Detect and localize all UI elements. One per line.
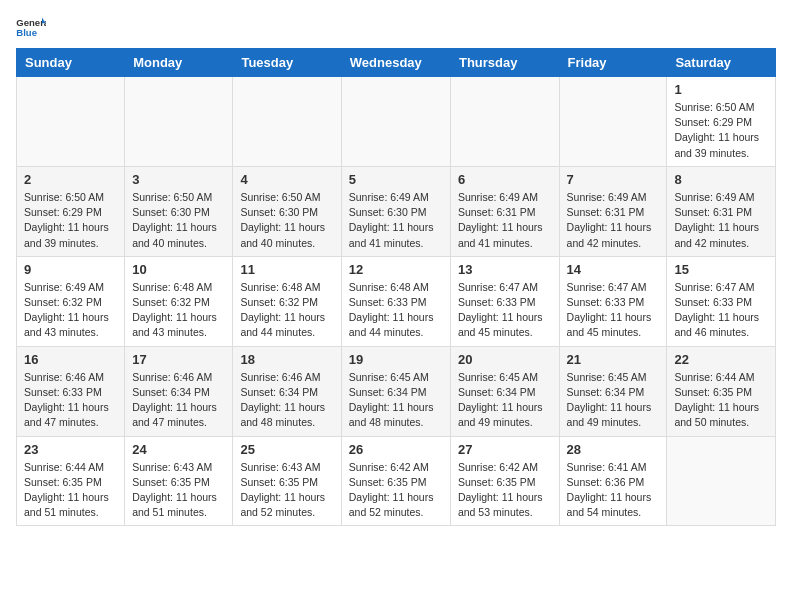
calendar-cell: 11Sunrise: 6:48 AM Sunset: 6:32 PM Dayli… — [233, 256, 341, 346]
calendar-week-row: 16Sunrise: 6:46 AM Sunset: 6:33 PM Dayli… — [17, 346, 776, 436]
calendar-cell — [17, 77, 125, 167]
day-info: Sunrise: 6:49 AM Sunset: 6:31 PM Dayligh… — [674, 190, 768, 251]
day-info: Sunrise: 6:49 AM Sunset: 6:32 PM Dayligh… — [24, 280, 117, 341]
day-number: 2 — [24, 172, 117, 187]
weekday-header-saturday: Saturday — [667, 49, 776, 77]
calendar-cell — [125, 77, 233, 167]
svg-text:Blue: Blue — [16, 27, 37, 38]
calendar-cell: 22Sunrise: 6:44 AM Sunset: 6:35 PM Dayli… — [667, 346, 776, 436]
calendar-week-row: 9Sunrise: 6:49 AM Sunset: 6:32 PM Daylig… — [17, 256, 776, 346]
calendar-cell — [559, 77, 667, 167]
calendar-cell: 5Sunrise: 6:49 AM Sunset: 6:30 PM Daylig… — [341, 166, 450, 256]
weekday-header-tuesday: Tuesday — [233, 49, 341, 77]
day-number: 25 — [240, 442, 333, 457]
calendar-cell: 20Sunrise: 6:45 AM Sunset: 6:34 PM Dayli… — [450, 346, 559, 436]
calendar-cell: 25Sunrise: 6:43 AM Sunset: 6:35 PM Dayli… — [233, 436, 341, 526]
day-number: 17 — [132, 352, 225, 367]
calendar-cell — [450, 77, 559, 167]
calendar-cell: 8Sunrise: 6:49 AM Sunset: 6:31 PM Daylig… — [667, 166, 776, 256]
calendar-cell: 17Sunrise: 6:46 AM Sunset: 6:34 PM Dayli… — [125, 346, 233, 436]
day-number: 28 — [567, 442, 660, 457]
calendar-cell: 27Sunrise: 6:42 AM Sunset: 6:35 PM Dayli… — [450, 436, 559, 526]
calendar-cell: 9Sunrise: 6:49 AM Sunset: 6:32 PM Daylig… — [17, 256, 125, 346]
day-number: 21 — [567, 352, 660, 367]
day-number: 6 — [458, 172, 552, 187]
day-info: Sunrise: 6:49 AM Sunset: 6:31 PM Dayligh… — [458, 190, 552, 251]
day-number: 4 — [240, 172, 333, 187]
calendar-cell: 10Sunrise: 6:48 AM Sunset: 6:32 PM Dayli… — [125, 256, 233, 346]
day-info: Sunrise: 6:50 AM Sunset: 6:29 PM Dayligh… — [674, 100, 768, 161]
day-number: 11 — [240, 262, 333, 277]
day-info: Sunrise: 6:44 AM Sunset: 6:35 PM Dayligh… — [674, 370, 768, 431]
day-number: 10 — [132, 262, 225, 277]
calendar-cell — [233, 77, 341, 167]
logo: General Blue — [16, 16, 46, 38]
calendar-cell: 23Sunrise: 6:44 AM Sunset: 6:35 PM Dayli… — [17, 436, 125, 526]
calendar-cell: 6Sunrise: 6:49 AM Sunset: 6:31 PM Daylig… — [450, 166, 559, 256]
calendar-cell: 24Sunrise: 6:43 AM Sunset: 6:35 PM Dayli… — [125, 436, 233, 526]
day-number: 22 — [674, 352, 768, 367]
day-number: 7 — [567, 172, 660, 187]
calendar-cell: 1Sunrise: 6:50 AM Sunset: 6:29 PM Daylig… — [667, 77, 776, 167]
day-number: 26 — [349, 442, 443, 457]
day-info: Sunrise: 6:50 AM Sunset: 6:30 PM Dayligh… — [240, 190, 333, 251]
weekday-header-friday: Friday — [559, 49, 667, 77]
day-info: Sunrise: 6:45 AM Sunset: 6:34 PM Dayligh… — [567, 370, 660, 431]
day-number: 5 — [349, 172, 443, 187]
day-number: 18 — [240, 352, 333, 367]
calendar-cell: 16Sunrise: 6:46 AM Sunset: 6:33 PM Dayli… — [17, 346, 125, 436]
day-info: Sunrise: 6:43 AM Sunset: 6:35 PM Dayligh… — [240, 460, 333, 521]
weekday-header-wednesday: Wednesday — [341, 49, 450, 77]
day-number: 16 — [24, 352, 117, 367]
calendar-cell: 18Sunrise: 6:46 AM Sunset: 6:34 PM Dayli… — [233, 346, 341, 436]
calendar-week-row: 1Sunrise: 6:50 AM Sunset: 6:29 PM Daylig… — [17, 77, 776, 167]
calendar-cell: 7Sunrise: 6:49 AM Sunset: 6:31 PM Daylig… — [559, 166, 667, 256]
day-number: 3 — [132, 172, 225, 187]
day-number: 20 — [458, 352, 552, 367]
day-info: Sunrise: 6:49 AM Sunset: 6:31 PM Dayligh… — [567, 190, 660, 251]
calendar-cell: 19Sunrise: 6:45 AM Sunset: 6:34 PM Dayli… — [341, 346, 450, 436]
day-info: Sunrise: 6:47 AM Sunset: 6:33 PM Dayligh… — [458, 280, 552, 341]
day-info: Sunrise: 6:44 AM Sunset: 6:35 PM Dayligh… — [24, 460, 117, 521]
day-number: 19 — [349, 352, 443, 367]
day-info: Sunrise: 6:47 AM Sunset: 6:33 PM Dayligh… — [567, 280, 660, 341]
calendar-cell: 3Sunrise: 6:50 AM Sunset: 6:30 PM Daylig… — [125, 166, 233, 256]
calendar-cell: 2Sunrise: 6:50 AM Sunset: 6:29 PM Daylig… — [17, 166, 125, 256]
day-number: 12 — [349, 262, 443, 277]
day-info: Sunrise: 6:42 AM Sunset: 6:35 PM Dayligh… — [458, 460, 552, 521]
day-number: 9 — [24, 262, 117, 277]
day-info: Sunrise: 6:48 AM Sunset: 6:33 PM Dayligh… — [349, 280, 443, 341]
day-number: 23 — [24, 442, 117, 457]
day-number: 24 — [132, 442, 225, 457]
logo-icon: General Blue — [16, 16, 46, 38]
day-info: Sunrise: 6:49 AM Sunset: 6:30 PM Dayligh… — [349, 190, 443, 251]
page-header: General Blue — [16, 16, 776, 38]
calendar-header-row: SundayMondayTuesdayWednesdayThursdayFrid… — [17, 49, 776, 77]
calendar-cell: 26Sunrise: 6:42 AM Sunset: 6:35 PM Dayli… — [341, 436, 450, 526]
day-info: Sunrise: 6:48 AM Sunset: 6:32 PM Dayligh… — [132, 280, 225, 341]
day-info: Sunrise: 6:45 AM Sunset: 6:34 PM Dayligh… — [458, 370, 552, 431]
day-info: Sunrise: 6:45 AM Sunset: 6:34 PM Dayligh… — [349, 370, 443, 431]
day-info: Sunrise: 6:50 AM Sunset: 6:29 PM Dayligh… — [24, 190, 117, 251]
day-number: 1 — [674, 82, 768, 97]
day-info: Sunrise: 6:46 AM Sunset: 6:34 PM Dayligh… — [132, 370, 225, 431]
day-info: Sunrise: 6:50 AM Sunset: 6:30 PM Dayligh… — [132, 190, 225, 251]
day-number: 15 — [674, 262, 768, 277]
day-number: 8 — [674, 172, 768, 187]
calendar-cell — [341, 77, 450, 167]
calendar-cell: 14Sunrise: 6:47 AM Sunset: 6:33 PM Dayli… — [559, 256, 667, 346]
calendar-cell: 28Sunrise: 6:41 AM Sunset: 6:36 PM Dayli… — [559, 436, 667, 526]
calendar-cell — [667, 436, 776, 526]
calendar-table: SundayMondayTuesdayWednesdayThursdayFrid… — [16, 48, 776, 526]
day-number: 13 — [458, 262, 552, 277]
day-info: Sunrise: 6:42 AM Sunset: 6:35 PM Dayligh… — [349, 460, 443, 521]
day-info: Sunrise: 6:43 AM Sunset: 6:35 PM Dayligh… — [132, 460, 225, 521]
calendar-cell: 21Sunrise: 6:45 AM Sunset: 6:34 PM Dayli… — [559, 346, 667, 436]
calendar-week-row: 23Sunrise: 6:44 AM Sunset: 6:35 PM Dayli… — [17, 436, 776, 526]
day-number: 14 — [567, 262, 660, 277]
calendar-cell: 4Sunrise: 6:50 AM Sunset: 6:30 PM Daylig… — [233, 166, 341, 256]
calendar-week-row: 2Sunrise: 6:50 AM Sunset: 6:29 PM Daylig… — [17, 166, 776, 256]
day-number: 27 — [458, 442, 552, 457]
day-info: Sunrise: 6:48 AM Sunset: 6:32 PM Dayligh… — [240, 280, 333, 341]
day-info: Sunrise: 6:47 AM Sunset: 6:33 PM Dayligh… — [674, 280, 768, 341]
